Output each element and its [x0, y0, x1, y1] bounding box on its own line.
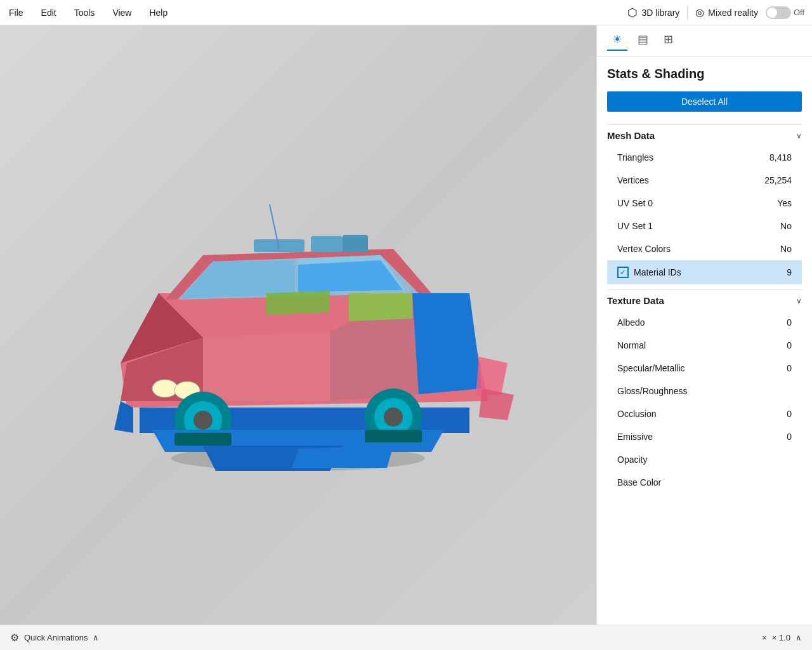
gloss-roughness-label: Gloss/Roughness	[617, 386, 688, 396]
texture-data-title: Texture Data	[607, 295, 664, 306]
mesh-data-title: Mesh Data	[607, 130, 655, 141]
vertex-colors-value: No	[780, 244, 792, 254]
tab-stats-shading[interactable]: ☀	[607, 30, 627, 51]
vertices-label: Vertices	[617, 175, 649, 185]
svg-point-19	[193, 411, 213, 430]
barchart-icon: ▤	[638, 32, 648, 46]
albedo-label: Albedo	[617, 317, 645, 328]
right-panel: ☀ ▤ ⊞ Stats & Shading Deselect All Mesh …	[596, 25, 812, 625]
panel-title: Stats & Shading	[607, 67, 802, 81]
menu-items: File Edit Tools View Help	[8, 5, 169, 20]
occlusion-value: 0	[787, 409, 792, 419]
svg-rect-25	[343, 235, 368, 253]
material-ids-checkbox-group: ✓ Material IDs	[617, 267, 681, 278]
gloss-roughness-row: Gloss/Roughness	[607, 380, 802, 402]
triangles-value: 8,418	[769, 152, 792, 162]
toggle-track[interactable]	[766, 6, 791, 19]
menu-edit[interactable]: Edit	[40, 5, 58, 20]
specular-metallic-value: 0	[787, 363, 792, 373]
triangles-row: Triangles 8,418	[607, 146, 802, 169]
mesh-data-chevron: ∨	[796, 131, 802, 140]
svg-rect-24	[311, 236, 343, 252]
menu-file[interactable]: File	[8, 5, 25, 20]
texture-data-chevron: ∨	[796, 296, 802, 305]
svg-marker-9	[412, 293, 482, 395]
svg-point-15	[152, 380, 178, 397]
normal-value: 0	[787, 340, 792, 350]
svg-marker-14	[349, 293, 412, 321]
speed-value: × 1.0	[772, 633, 790, 642]
library-button[interactable]: ⬡ 3D library	[627, 6, 679, 20]
svg-marker-11	[203, 331, 330, 401]
normal-label: Normal	[617, 340, 646, 350]
quick-animations-label[interactable]: Quick Animations	[24, 633, 88, 642]
quick-animations-icon: ⚙	[10, 632, 19, 644]
uvset0-row: UV Set 0 Yes	[607, 192, 802, 215]
tab-grid[interactable]: ⊞	[658, 30, 678, 51]
uvset1-value: No	[780, 221, 792, 231]
menubar: File Edit Tools View Help ⬡ 3D library ◎…	[0, 0, 812, 25]
svg-marker-28	[479, 388, 514, 420]
emissive-label: Emissive	[617, 432, 653, 442]
vertex-colors-label: Vertex Colors	[617, 244, 671, 254]
occlusion-label: Occlusion	[617, 409, 656, 419]
specular-metallic-row: Specular/Metallic 0	[607, 357, 802, 380]
material-ids-row[interactable]: ✓ Material IDs 9	[607, 260, 802, 284]
svg-point-22	[384, 408, 403, 427]
mr-icon: ◎	[695, 6, 704, 18]
menu-view[interactable]: View	[111, 5, 133, 20]
svg-marker-27	[476, 357, 508, 395]
triangles-label: Triangles	[617, 152, 653, 162]
grid-icon: ⊞	[664, 32, 673, 46]
panel-tabs: ☀ ▤ ⊞	[597, 25, 812, 56]
svg-marker-34	[292, 446, 393, 468]
sun-icon: ☀	[612, 32, 622, 46]
albedo-value: 0	[787, 317, 792, 328]
cube-icon: ⬡	[627, 6, 638, 20]
texture-data-section-header[interactable]: Texture Data ∨	[607, 289, 802, 311]
viewport[interactable]	[0, 25, 596, 625]
svg-rect-23	[254, 239, 304, 252]
uvset0-value: Yes	[777, 198, 792, 208]
occlusion-row: Occlusion 0	[607, 402, 802, 425]
menubar-right: ⬡ 3D library ◎ Mixed reality Off	[627, 6, 804, 20]
main-area: ☀ ▤ ⊞ Stats & Shading Deselect All Mesh …	[0, 25, 812, 625]
svg-rect-31	[174, 433, 232, 446]
vertices-row: Vertices 25,254	[607, 169, 802, 192]
deselect-all-button[interactable]: Deselect All	[607, 91, 802, 112]
albedo-row: Albedo 0	[607, 311, 802, 334]
toggle-state-label: Off	[794, 8, 804, 17]
speed-label: ×	[762, 633, 767, 642]
toggle-thumb	[767, 8, 777, 18]
panel-content: Stats & Shading Deselect All Mesh Data ∨…	[597, 56, 812, 625]
svg-rect-32	[365, 430, 422, 442]
opacity-row: Opacity	[607, 448, 802, 471]
menu-tools[interactable]: Tools	[73, 5, 96, 20]
menu-help[interactable]: Help	[148, 5, 169, 20]
toggle-switch[interactable]: Off	[766, 6, 804, 19]
vertex-colors-row: Vertex Colors No	[607, 237, 802, 260]
uvset1-label: UV Set 1	[617, 221, 653, 231]
car-svg	[76, 166, 520, 484]
normal-row: Normal 0	[607, 334, 802, 357]
vertices-value: 25,254	[764, 175, 792, 185]
mesh-data-section-header[interactable]: Mesh Data ∨	[607, 124, 802, 146]
tab-bar-chart[interactable]: ▤	[632, 30, 653, 51]
emissive-value: 0	[787, 432, 792, 442]
mixed-reality-button[interactable]: ◎ Mixed reality	[695, 6, 758, 18]
base-color-label: Base Color	[617, 477, 661, 488]
3d-model-container	[76, 166, 520, 484]
material-ids-value: 9	[787, 267, 792, 277]
uvset1-row: UV Set 1 No	[607, 215, 802, 237]
base-color-row: Base Color	[607, 471, 802, 494]
emissive-row: Emissive 0	[607, 425, 802, 448]
svg-marker-13	[266, 291, 330, 315]
material-ids-label: Material IDs	[634, 267, 681, 277]
opacity-label: Opacity	[617, 454, 647, 465]
material-ids-checkbox[interactable]: ✓	[617, 267, 629, 278]
speed-chevron-up: ∧	[93, 633, 99, 642]
uvset0-label: UV Set 0	[617, 198, 653, 208]
library-label: 3D library	[641, 8, 679, 18]
mixed-reality-label: Mixed reality	[708, 8, 758, 18]
specular-metallic-label: Specular/Metallic	[617, 363, 685, 373]
